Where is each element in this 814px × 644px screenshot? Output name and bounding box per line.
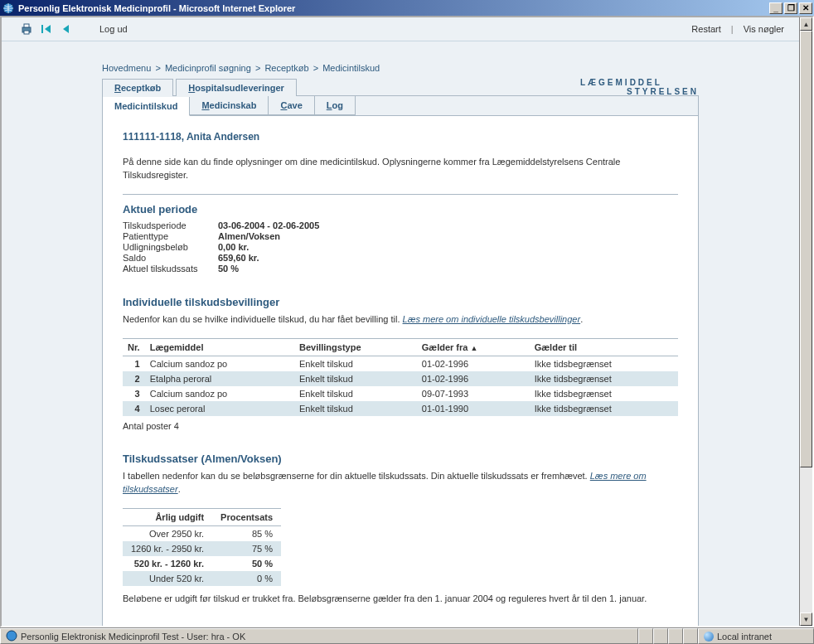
- rates-heading: Tilskudssatser (Almen/Voksen): [123, 453, 678, 465]
- grants-footer: Antal poster 4: [123, 421, 678, 431]
- svg-rect-2: [24, 24, 29, 27]
- first-arrow-icon[interactable]: [40, 22, 53, 36]
- subtab-medicinskab[interactable]: Medicinskab: [190, 96, 269, 115]
- table-row: 520 kr. - 1260 kr.50 %: [123, 556, 281, 571]
- grants-intro: Nedenfor kan du se hvilke individuelle t…: [123, 313, 678, 327]
- ie-page-icon: [6, 630, 17, 643]
- rates-footer: Beløbene er udgift før tilskud er trukke…: [123, 593, 678, 606]
- subtab-cave[interactable]: Cave: [269, 96, 314, 115]
- table-row[interactable]: 1Calcium sandoz poEnkelt tilskud01-02-19…: [123, 356, 678, 371]
- scroll-track[interactable]: [800, 31, 812, 613]
- col-amount: Årlig udgift: [123, 508, 212, 525]
- saldo-value: 659,60 kr.: [218, 253, 259, 263]
- cell-pct: 75 %: [212, 541, 281, 556]
- cell-type: Enkelt tilskud: [294, 356, 417, 371]
- rates-intro: I tabellen nedenfor kan du se beløbsgræn…: [123, 470, 678, 496]
- status-slot-3: [668, 628, 683, 644]
- cell-type: Enkelt tilskud: [294, 371, 417, 386]
- subtab-log[interactable]: Log: [315, 96, 356, 115]
- divider: [123, 194, 678, 195]
- scroll-thumb[interactable]: [800, 31, 812, 467]
- print-icon[interactable]: [20, 22, 33, 36]
- cell-drug: Calcium sandoz po: [145, 386, 294, 401]
- status-text-cell: Personlig Elektronisk Medicinprofil Test…: [0, 628, 638, 644]
- tabrow-top: Receptkøb Hospitalsudleveringer: [102, 78, 699, 95]
- cell-from: 01-02-1996: [417, 356, 530, 371]
- udlign-label: Udligningsbeløb: [123, 242, 218, 252]
- breadcrumb-item[interactable]: Receptkøb: [264, 63, 308, 73]
- logout-link[interactable]: Log ud: [99, 24, 128, 34]
- grants-readmore-link[interactable]: Læs mere om individuelle tilskudsbevilli…: [403, 314, 581, 324]
- svg-marker-5: [45, 25, 51, 33]
- col-nr[interactable]: Nr.: [123, 338, 145, 356]
- saldo-label: Saldo: [123, 253, 218, 263]
- breadcrumb-item-current: Medicintilskud: [322, 63, 380, 73]
- rates-table: Årlig udgift Procentsats Over 2950 kr.85…: [123, 508, 281, 586]
- status-slot-1: [638, 628, 653, 644]
- window-title: Personlig Elektronisk Medicinprofil - Mi…: [18, 3, 768, 13]
- viewport: Log ud Restart | Vis nøgler Hovedmenu > …: [2, 17, 799, 626]
- scroll-down-arrow-icon[interactable]: ▼: [800, 613, 812, 626]
- table-row[interactable]: 4Losec peroralEnkelt tilskud01-01-1990Ik…: [123, 401, 678, 416]
- subtab-medicintilskud[interactable]: Medicintilskud: [103, 97, 190, 116]
- app-toolbar: Log ud Restart | Vis nøgler: [2, 17, 799, 41]
- period-value: 03-06-2004 - 02-06-2005: [218, 220, 319, 230]
- cell-nr: 4: [123, 401, 145, 416]
- tab-hospital[interactable]: Hospitalsudleveringer: [176, 79, 297, 96]
- breadcrumb-item[interactable]: Hovedmenu: [102, 63, 151, 73]
- status-bar: Personlig Elektronisk Medicinprofil Test…: [0, 627, 814, 644]
- cell-to: Ikke tidsbegrænset: [530, 356, 678, 371]
- table-row[interactable]: 3Calcium sandoz poEnkelt tilskud09-07-19…: [123, 386, 678, 401]
- top-tab-area: LÆGEMIDDEL STYRELSEN Receptkøb Hospitals…: [102, 78, 699, 626]
- zone-text: Local intranet: [717, 632, 772, 642]
- tab-receptkob[interactable]: Receptkøb: [102, 79, 173, 96]
- breadcrumb: Hovedmenu > Medicinprofil søgning > Rece…: [102, 63, 699, 73]
- sort-asc-icon: ▲: [471, 344, 478, 352]
- ie-app-icon: [2, 2, 15, 15]
- security-zone-cell: Local intranet: [698, 628, 814, 644]
- status-text: Personlig Elektronisk Medicinprofil Test…: [21, 632, 245, 642]
- col-to[interactable]: Gælder til: [530, 338, 678, 356]
- col-drug[interactable]: Lægemiddel: [145, 338, 294, 356]
- minimize-button[interactable]: _: [769, 2, 783, 14]
- patient-header: 111111-1118, Anita Andersen: [123, 131, 678, 143]
- vertical-scrollbar[interactable]: ▲ ▼: [799, 17, 812, 626]
- cell-from: 01-02-1996: [417, 371, 530, 386]
- show-keys-link[interactable]: Vis nøgler: [744, 24, 784, 34]
- svg-marker-6: [63, 25, 69, 33]
- table-row: 1260 kr. - 2950 kr.75 %: [123, 541, 281, 556]
- maximize-button[interactable]: ❐: [784, 2, 797, 14]
- col-pct: Procentsats: [212, 508, 281, 525]
- table-row: Under 520 kr.0 %: [123, 571, 281, 586]
- back-arrow-icon[interactable]: [60, 22, 73, 36]
- patienttype-label: Patienttype: [123, 231, 218, 241]
- rate-label: Aktuel tilskudssats: [123, 264, 218, 274]
- cell-to: Ikke tidsbegrænset: [530, 386, 678, 401]
- close-button[interactable]: ✕: [799, 2, 812, 14]
- breadcrumb-item[interactable]: Medicinprofil søgning: [165, 63, 251, 73]
- restart-link[interactable]: Restart: [691, 24, 720, 34]
- cell-nr: 3: [123, 386, 145, 401]
- client-area: Log ud Restart | Vis nøgler Hovedmenu > …: [0, 16, 814, 627]
- cell-amount: Under 520 kr.: [123, 571, 212, 586]
- status-slot-2: [653, 628, 668, 644]
- grants-heading: Individuelle tilskudsbevillinger: [123, 296, 678, 308]
- center-column: Hovedmenu > Medicinprofil søgning > Rece…: [102, 63, 699, 626]
- table-row[interactable]: 2Etalpha peroralEnkelt tilskud01-02-1996…: [123, 371, 678, 386]
- cell-pct: 50 %: [212, 556, 281, 571]
- cell-from: 01-01-1990: [417, 401, 530, 416]
- cell-nr: 1: [123, 356, 145, 371]
- col-type[interactable]: Bevillingstype: [294, 338, 417, 356]
- grants-table: Nr. Lægemiddel Bevillingstype Gælder fra…: [123, 338, 678, 416]
- content-body: 111111-1118, Anita Andersen På denne sid…: [103, 116, 698, 626]
- page: Hovedmenu > Medicinprofil søgning > Rece…: [2, 41, 799, 626]
- cell-to: Ikke tidsbegrænset: [530, 371, 678, 386]
- scroll-up-arrow-icon[interactable]: ▲: [800, 17, 812, 31]
- col-from[interactable]: Gælder fra ▲: [417, 338, 530, 356]
- status-slot-4: [683, 628, 698, 644]
- cell-amount: 1260 kr. - 2950 kr.: [123, 541, 212, 556]
- cell-type: Enkelt tilskud: [294, 401, 417, 416]
- patienttype-value: Almen/Voksen: [218, 231, 280, 241]
- table-row: Over 2950 kr.85 %: [123, 525, 281, 541]
- rate-value: 50 %: [218, 264, 239, 274]
